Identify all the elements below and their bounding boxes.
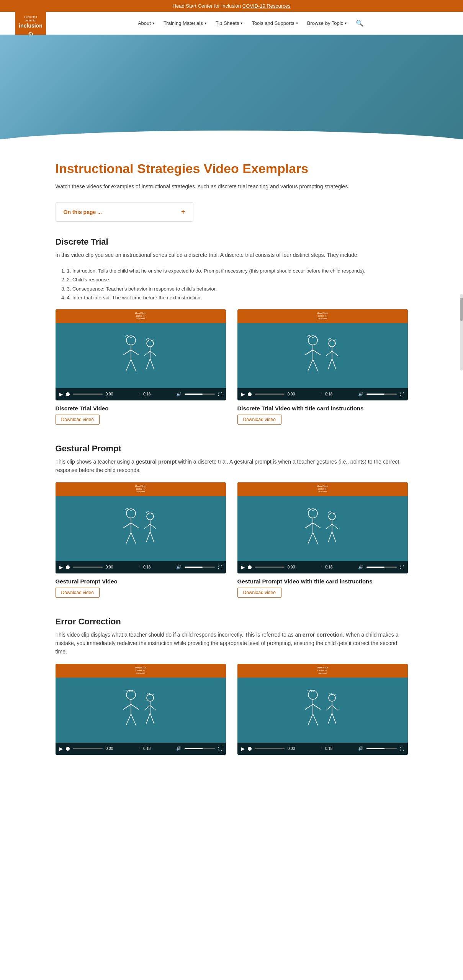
progress-dot-ec2 (248, 747, 252, 751)
nav-tipsheets[interactable]: Tip Sheets ▾ (216, 20, 243, 26)
video-content-gp1 (56, 496, 226, 561)
volume-bar-dt1[interactable] (185, 394, 214, 395)
volume-bar-ec1[interactable] (185, 748, 214, 749)
gestural-prompt-heading: Gestural Prompt (56, 444, 408, 454)
volume-bar-gp2[interactable] (366, 567, 396, 568)
download-button-gp1[interactable]: Download video (56, 588, 100, 598)
discrete-trial-list: 1. Instruction: Tells the child what he … (67, 267, 408, 302)
scrollbar-thumb[interactable] (460, 298, 463, 321)
video-player-gp2[interactable]: Head Startcenter forinclusion (237, 482, 408, 573)
video-logo-gp2: Head Startcenter forinclusion (317, 485, 328, 493)
banner-link[interactable]: COVID-19 Resources (242, 3, 291, 9)
svg-line-23 (332, 359, 336, 369)
gestural-prompt-videos: Head Startcenter forinclusion (56, 482, 408, 598)
progress-dot-gp1 (66, 565, 70, 569)
progress-dot-ec1 (66, 747, 70, 751)
time-sep-ec1: / (139, 746, 140, 752)
svg-point-42 (329, 513, 335, 520)
video-player-dt2[interactable]: Head Startcenter forinclusion (237, 309, 408, 400)
video-time-dt1: 0:00 (106, 392, 136, 396)
video-duration-dt2: 0:18 (325, 392, 355, 396)
fullscreen-icon-ec1[interactable]: ⛶ (218, 746, 222, 751)
scrollbar-track[interactable] (460, 294, 463, 371)
progress-bar-ec1[interactable] (73, 748, 103, 749)
svg-point-30 (147, 513, 154, 520)
search-icon[interactable]: 🔍 (356, 20, 363, 27)
svg-line-28 (126, 532, 131, 544)
fullscreen-icon-dt1[interactable]: ⛶ (218, 392, 222, 397)
play-button-gp2[interactable]: ▶ (241, 565, 245, 570)
volume-bar-ec2[interactable] (366, 748, 396, 749)
svg-line-46 (328, 532, 332, 542)
svg-point-12 (308, 336, 317, 345)
svg-line-52 (126, 714, 131, 725)
volume-icon-dt2[interactable]: 🔊 (358, 392, 363, 397)
play-button-dt1[interactable]: ▶ (59, 392, 63, 397)
fullscreen-icon-dt2[interactable]: ⛶ (400, 392, 404, 397)
play-button-gp1[interactable]: ▶ (59, 565, 63, 570)
volume-icon-gp2[interactable]: 🔊 (358, 565, 363, 570)
video-player-gp1[interactable]: Head Startcenter forinclusion (56, 482, 226, 573)
fullscreen-icon-gp1[interactable]: ⛶ (218, 565, 222, 570)
video-item-ec1: Head Startcenter forinclusion (56, 664, 226, 760)
video-player-dt1[interactable]: Head Startcenter forinclusion (56, 309, 226, 400)
fullscreen-icon-gp2[interactable]: ⛶ (400, 565, 404, 570)
volume-icon-ec1[interactable]: 🔊 (176, 746, 182, 751)
logo-line2: center for (25, 19, 36, 22)
volume-icon-ec2[interactable]: 🔊 (358, 746, 363, 751)
play-button-ec2[interactable]: ▶ (241, 746, 245, 751)
video-item-ec2: Head Startcenter forinclusion (237, 664, 408, 760)
nav-browse[interactable]: Browse by Topic ▾ (307, 20, 347, 26)
svg-line-11 (150, 359, 154, 369)
section-error-correction: Error Correction This video clip display… (56, 617, 408, 760)
time-sep-gp2: / (321, 564, 322, 570)
svg-line-64 (308, 714, 313, 725)
video-logo-gp1: Head Startcenter forinclusion (135, 485, 146, 493)
nav-about[interactable]: About ▾ (138, 20, 154, 26)
svg-line-16 (308, 359, 313, 371)
discrete-trial-desc: In this video clip you see an instructio… (56, 251, 408, 259)
progress-bar-dt2[interactable] (255, 394, 285, 395)
video-time-gp2: 0:00 (288, 565, 317, 569)
video-content-ec1 (56, 678, 226, 743)
download-button-dt2[interactable]: Download video (237, 415, 281, 425)
section-gestural-prompt: Gestural Prompt This clip shows a teache… (56, 444, 408, 598)
progress-bar-gp1[interactable] (73, 567, 103, 568)
nav-training[interactable]: Training Materials ▾ (164, 20, 206, 26)
volume-icon-gp1[interactable]: 🔊 (176, 565, 182, 570)
svg-point-60 (308, 690, 317, 699)
list-item: 4. Inter-trial interval: The wait time b… (67, 294, 408, 302)
tools-arrow: ▾ (296, 21, 298, 25)
video-time-gp1: 0:00 (106, 565, 136, 569)
download-button-dt1[interactable]: Download video (56, 415, 100, 425)
progress-bar-ec2[interactable] (255, 748, 285, 749)
volume-bar-dt2[interactable] (366, 394, 396, 395)
svg-line-53 (131, 714, 136, 725)
play-button-ec1[interactable]: ▶ (59, 746, 63, 751)
svg-line-56 (144, 706, 150, 710)
video-topbar-ec1: Head Startcenter forinclusion (56, 664, 226, 678)
svg-line-71 (332, 713, 336, 724)
time-sep-ec2: / (321, 746, 322, 752)
play-button-dt2[interactable]: ▶ (241, 392, 245, 397)
video-content-dt1 (56, 323, 226, 388)
volume-bar-gp1[interactable] (185, 567, 214, 568)
video-time-dt2: 0:00 (288, 392, 317, 396)
svg-line-59 (150, 713, 154, 724)
video-player-ec1[interactable]: Head Startcenter forinclusion (56, 664, 226, 755)
svg-line-3 (131, 350, 139, 355)
download-button-gp2[interactable]: Download video (237, 588, 281, 598)
svg-line-26 (123, 523, 131, 528)
video-sketch-gp1 (114, 502, 167, 555)
video-player-ec2[interactable]: Head Startcenter forinclusion (237, 664, 408, 755)
progress-bar-dt1[interactable] (73, 394, 103, 395)
progress-dot-gp2 (248, 565, 252, 569)
svg-line-70 (328, 713, 332, 724)
on-this-page-box[interactable]: On this page ... + (56, 202, 193, 222)
nav-tools[interactable]: Tools and Supports ▾ (252, 20, 298, 26)
volume-icon-dt1[interactable]: 🔊 (176, 392, 182, 397)
svg-line-29 (131, 532, 136, 544)
progress-bar-gp2[interactable] (255, 567, 285, 568)
svg-line-38 (305, 523, 313, 528)
fullscreen-icon-ec2[interactable]: ⛶ (400, 746, 404, 751)
